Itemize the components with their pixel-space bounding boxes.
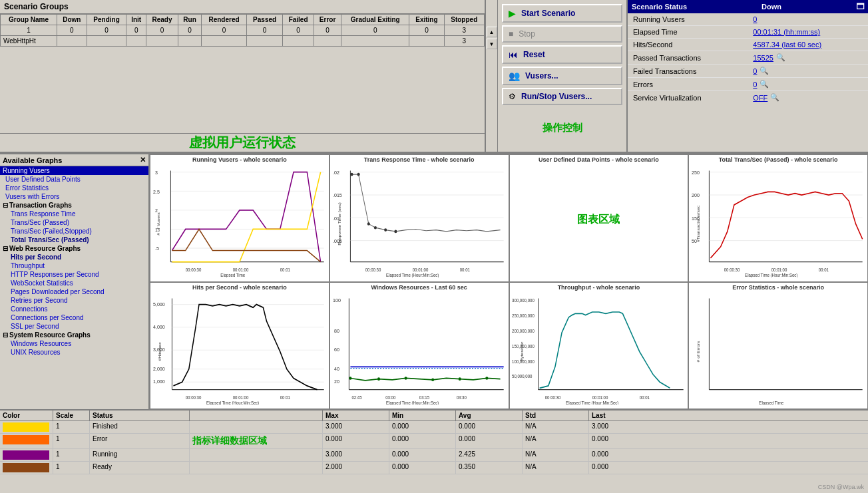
stop-label: Stop (519, 29, 535, 39)
sidebar-item-connections[interactable]: Connections (0, 305, 148, 313)
chart-area-label: 图表区域 (577, 213, 620, 227)
reset-icon: ⏮ (509, 49, 518, 60)
svg-text:03:30: 03:30 (456, 395, 467, 400)
expand-icon3: ⊟ (3, 331, 8, 339)
graph-throughput: Throughput - whole scenario 300,000,000 … (509, 282, 689, 410)
sidebar-item-pages-downloaded[interactable]: Pages Downloaded per Second (0, 287, 148, 296)
svg-text:00:01:00: 00:01:00 (233, 395, 249, 400)
sidebar-item-error-stats[interactable]: Error Statistics (0, 184, 148, 192)
color-swatch-error (3, 435, 49, 444)
svg-point-27 (350, 173, 353, 176)
svg-text:Elapsed Time (Hour:Min:Sec): Elapsed Time (Hour:Min:Sec) (386, 401, 439, 405)
runstop-vusers-button[interactable]: ⚙ Run/Stop Vusers... (502, 88, 622, 105)
svg-text:200,000,000: 200,000,000 (512, 328, 535, 333)
sidebar-item-windows[interactable]: Windows Resources (0, 339, 148, 348)
svg-text:Bytes/sec: Bytes/sec (519, 341, 525, 361)
svg-text:4,000: 4,000 (153, 323, 165, 330)
sidebar-item-running-vusers[interactable]: Running Vusers (0, 166, 148, 175)
svg-text:# of Errors: # of Errors (696, 341, 701, 362)
start-scenario-button[interactable]: ▶ Start Scenario (502, 4, 622, 23)
sidebar-item-user-defined[interactable]: User Defined Data Points (0, 175, 148, 184)
service-virt-value[interactable]: OFF (753, 94, 767, 102)
groups-table: Group Name Down Pending Init Ready Run R… (0, 14, 485, 47)
scenario-status-panel: Scenario Status Down 🗖 Running Vusers 0 … (628, 0, 868, 152)
graphs-grid: Running Vusers - whole scenario 3 2.5 2 … (150, 153, 868, 409)
sidebar-item-trans-sec-passed[interactable]: Trans/Sec (Passed) (0, 218, 148, 227)
sidebar-item-throughput[interactable]: Throughput (0, 261, 148, 270)
minimize-icon[interactable]: 🗖 (856, 2, 864, 11)
svg-text:250,000,000: 250,000,000 (512, 313, 535, 317)
svg-text:Elapsed Time: Elapsed Time (760, 401, 784, 405)
svg-text:00:01: 00:01 (459, 267, 470, 272)
scroll-down-arrow[interactable]: ▼ (487, 39, 497, 49)
failed-search-icon[interactable]: 🔍 (760, 67, 769, 75)
legend-header: Color Scale Status Max Min Avg Std Last (0, 411, 868, 421)
start-label: Start Scenario (521, 9, 575, 18)
svg-point-32 (394, 230, 397, 234)
vusers-area: 虚拟用户运行状态 (0, 133, 485, 152)
status-table: Running Vusers 0 Elapsed Time 00:01:31 (… (628, 13, 868, 104)
stop-button[interactable]: ■ Stop (502, 25, 622, 43)
svg-text:2.5: 2.5 (153, 188, 160, 195)
passed-transactions-value[interactable]: 15525 (753, 54, 773, 62)
svg-text:02:45: 02:45 (351, 395, 362, 400)
svg-text:00:00:30: 00:00:30 (724, 267, 740, 272)
status-header: Scenario Status Down 🗖 (628, 0, 868, 13)
svg-point-31 (384, 228, 387, 232)
sidebar-item-hits-per-second[interactable]: Hits per Second (0, 253, 148, 261)
close-icon[interactable]: ✕ (140, 156, 146, 164)
svg-text:00:00:30: 00:00:30 (365, 267, 381, 272)
sidebar-item-web-resource-graphs[interactable]: ⊟ Web Resource Graphs (0, 244, 148, 253)
sidebar-item-trans-sec-failed[interactable]: Trans/Sec (Failed,Stopped) (0, 227, 148, 236)
expand-icon: ⊟ (3, 202, 8, 209)
sidebar-item-trans-response[interactable]: Trans Response Time (0, 210, 148, 218)
svg-text:Elapsed Time: Elapsed Time (220, 273, 245, 277)
svg-text:03:15: 03:15 (419, 395, 430, 400)
sidebar-item-http-responses[interactable]: HTTP Responses per Second (0, 270, 148, 279)
errors-value[interactable]: 0 (753, 81, 757, 88)
svg-text:#Hits/sec: #Hits/sec (158, 341, 162, 361)
svg-text:00:00:30: 00:00:30 (544, 395, 560, 400)
vusers-icon: 👥 (509, 71, 520, 81)
graph-trans-response: Trans Response Time - whole scenario .02… (329, 154, 509, 282)
watermark: CSDN @Wpa.wk (818, 484, 864, 490)
vusers-button[interactable]: 👥 Vusers... (502, 67, 622, 85)
svg-text:Response Time (sec): Response Time (sec) (337, 202, 342, 246)
legend-label: 指标详细数据区域 (190, 434, 323, 448)
service-search-icon[interactable]: 🔍 (770, 93, 779, 102)
sidebar-item-system-resource[interactable]: ⊟ System Resource Graphs (0, 331, 148, 339)
sidebar-item-ssl[interactable]: SSL per Second (0, 322, 148, 331)
errors-search-icon[interactable]: 🔍 (760, 80, 769, 88)
svg-text:00:01: 00:01 (639, 395, 650, 400)
sidebar-item-total-trans[interactable]: Total Trans/Sec (Passed) (0, 236, 148, 244)
passed-search-icon[interactable]: 🔍 (776, 53, 785, 62)
sidebar-item-unix[interactable]: UNIX Resources (0, 348, 148, 357)
sidebar-item-websocket[interactable]: WebSocket Statistics (0, 279, 148, 287)
svg-text:20: 20 (334, 379, 339, 385)
reset-button[interactable]: ⏮ Reset (502, 45, 622, 64)
stop-icon: ■ (509, 29, 513, 39)
color-swatch-finished (3, 422, 49, 432)
play-icon: ▶ (509, 8, 516, 19)
svg-point-79 (404, 377, 407, 380)
sidebar-item-retries[interactable]: Retries per Second (0, 296, 148, 305)
vusers-label: 虚拟用户运行状态 (189, 134, 296, 152)
sidebar-item-vusers-errors[interactable]: Vusers with Errors (0, 192, 148, 201)
graph-user-defined: User Defined Data Points - whole scenari… (509, 154, 689, 282)
legend-row: 1 Finished 3.000 0.000 0.000 N/A 3.000 (0, 421, 868, 434)
svg-text:.5: .5 (155, 246, 159, 252)
scroll-up-arrow[interactable]: ▲ (487, 27, 497, 37)
graph-total-trans: Total Trans/Sec (Passed) - whole scenari… (688, 154, 868, 282)
status-value: Down (761, 3, 781, 11)
svg-text:80: 80 (334, 327, 339, 334)
svg-point-80 (431, 378, 434, 381)
svg-text:00:01:00: 00:01:00 (592, 395, 608, 400)
svg-point-30 (374, 226, 377, 230)
svg-text:Elapsed Time (Hour:Min:Sec): Elapsed Time (Hour:Min:Sec) (386, 273, 439, 277)
sidebar-item-connections-per-sec[interactable]: Connections per Second (0, 313, 148, 322)
failed-transactions-value[interactable]: 0 (753, 67, 757, 75)
svg-text:.015: .015 (333, 192, 342, 199)
legend-section: Color Scale Status Max Min Avg Std Last … (0, 409, 868, 493)
svg-text:300,000,000: 300,000,000 (512, 297, 535, 302)
sidebar-item-transaction-graphs[interactable]: ⊟ Transaction Graphs (0, 201, 148, 210)
